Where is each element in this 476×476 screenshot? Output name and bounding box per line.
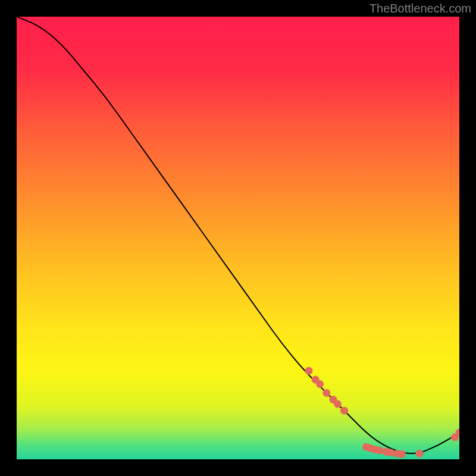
data-marker bbox=[305, 367, 313, 375]
plot-area bbox=[17, 17, 459, 459]
data-marker bbox=[398, 450, 406, 458]
data-marker bbox=[334, 400, 342, 408]
chart-container: TheBottleneck.com bbox=[0, 0, 476, 476]
data-marker bbox=[376, 447, 384, 455]
data-marker bbox=[387, 449, 394, 456]
curve-layer bbox=[17, 17, 459, 459]
data-marker bbox=[316, 380, 324, 388]
data-marker bbox=[340, 407, 348, 415]
data-marker bbox=[322, 389, 330, 397]
data-marker bbox=[416, 450, 424, 458]
watermark-text: TheBottleneck.com bbox=[369, 2, 471, 15]
bottleneck-curve bbox=[17, 17, 459, 453]
